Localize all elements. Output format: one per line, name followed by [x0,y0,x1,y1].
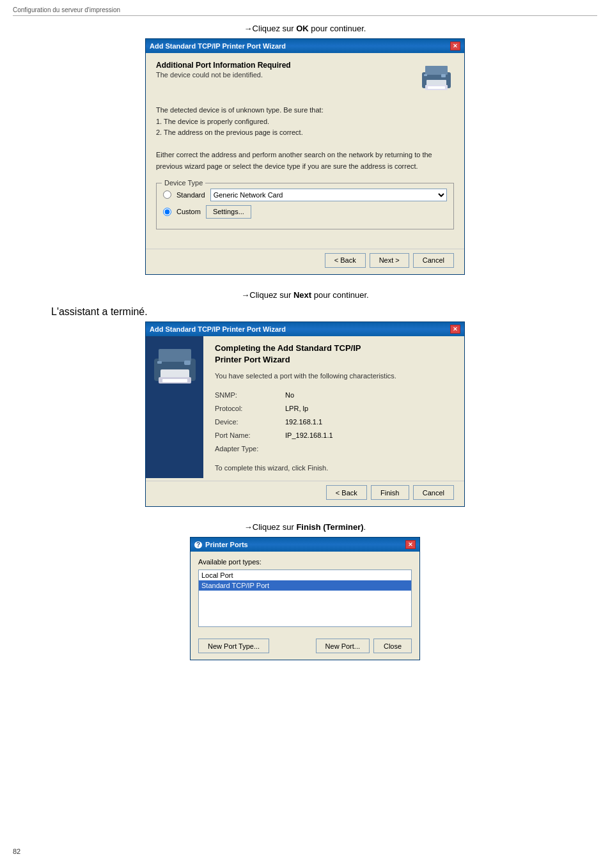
standard-tcp-ip-port-text: Standard TCP/IP Port [201,582,269,589]
dialog2-close-button[interactable]: ✕ [450,325,460,334]
section-heading: L'assistant a terminé. [51,306,597,318]
wizard-subtext: You have selected a port with the follow… [215,372,458,380]
dialog1-subheader: The device could not be identified. [156,71,291,79]
next-button-1[interactable]: Next > [370,253,409,268]
wizard-heading-line1: Completing the Add Standard TCP/IP [215,343,361,353]
dialog1-title: Add Standard TCP/IP Printer Port Wizard [150,42,286,50]
page-number-text: 82 [13,848,20,855]
wizard-printer-icon [151,343,199,391]
instruction2-prefix: →Cliquez sur [241,290,293,300]
port-list[interactable]: Local Port Standard TCP/IP Port [198,570,412,627]
instruction2-rest: pour continuer. [311,290,369,300]
svg-rect-5 [441,74,446,77]
dialog2-title-text: Add Standard TCP/IP Printer Port Wizard [150,325,286,333]
dialog-add-port-wizard-1: Add Standard TCP/IP Printer Port Wizard … [145,38,465,275]
device-type-legend: Device Type [162,179,205,187]
svg-rect-8 [159,349,191,362]
instruction1-prefix: →Cliquez sur [244,24,297,33]
device-label: Device: [215,415,272,429]
instruction2-bold: Next [293,290,311,300]
snmp-row: SNMP: No [215,389,458,402]
dialog1-body: The detected device is of unknown type. … [156,105,454,173]
protocol-label: Protocol: [215,402,272,415]
dialog2-footer: < Back Finish Cancel [146,481,464,506]
custom-radio[interactable] [163,208,171,216]
snmp-value: No [285,389,294,402]
dialog-add-port-wizard-2: Add Standard TCP/IP Printer Port Wizard … [145,322,465,508]
local-port-item[interactable]: Local Port [199,570,411,580]
wizard-right-panel: Completing the Add Standard TCP/IP Print… [212,336,464,479]
page-number: 82 [13,848,20,855]
port-name-value: IP_192.168.1.1 [285,429,333,442]
printer-icon [419,61,454,96]
dialog1-header-text: Additional Port Information Required The… [156,61,291,79]
dialog1-content: Additional Port Information Required The… [146,53,464,246]
new-port-button[interactable]: New Port... [316,639,370,653]
svg-rect-11 [162,379,187,382]
snmp-label: SNMP: [215,389,272,402]
instruction-1: →Cliquez sur OK pour continuer. [13,24,597,33]
svg-rect-4 [428,86,445,89]
local-port-text: Local Port [201,571,233,579]
dialog3-titlebar: ? Printer Ports ✕ [191,538,419,552]
finish-button[interactable]: Finish [371,485,409,500]
device-row: Device: 192.168.1.1 [215,415,458,429]
wizard-left-panel [146,336,203,479]
new-port-type-button[interactable]: New Port Type... [198,639,269,653]
dialog2-titlebar: Add Standard TCP/IP Printer Port Wizard … [146,322,464,336]
standard-radio[interactable] [163,190,171,199]
instruction3-prefix: →Cliquez sur [244,522,297,532]
standard-select[interactable]: Generic Network Card [210,189,447,201]
custom-row: Custom Settings... [163,205,447,219]
dialog1-body-para: Either correct the address and perform a… [156,150,454,172]
port-name-row: Port Name: IP_192.168.1.1 [215,429,458,442]
protocol-value: LPR, lp [285,402,308,415]
wizard-heading-line2: Printer Port Wizard [215,355,290,364]
close-button-3[interactable]: Close [373,639,412,653]
wizard-heading: Completing the Add Standard TCP/IP Print… [215,343,458,366]
adapter-label: Adapter Type: [215,442,272,456]
wizard-info-table: SNMP: No Protocol: LPR, lp Device: 192.1… [215,389,458,455]
dialog3-title-area: ? Printer Ports [194,541,248,548]
dialog1-close-button[interactable]: ✕ [450,42,460,50]
device-value: 192.168.1.1 [285,415,322,429]
instruction1-rest: pour continuer. [309,24,366,33]
help-icon[interactable]: ? [194,541,202,548]
section-heading-text: L'assistant a terminé. [51,306,148,317]
protocol-row: Protocol: LPR, lp [215,402,458,415]
svg-rect-9 [160,369,189,378]
dialog3-title: Printer Ports [205,541,248,548]
instruction1-bold: OK [296,24,309,33]
dialog1-body-line1: The detected device is of unknown type. … [156,105,454,116]
dialog1-top-section: Additional Port Information Required The… [156,61,454,96]
dialog2-title: Add Standard TCP/IP Printer Port Wizard [150,325,286,333]
available-label: Available port types: [198,558,412,566]
svg-rect-1 [425,66,448,75]
svg-rect-6 [424,74,427,76]
dialog1-titlebar: Add Standard TCP/IP Printer Port Wizard … [146,39,464,53]
svg-rect-13 [157,361,162,364]
cancel-button-2[interactable]: Cancel [413,485,454,500]
instruction-2: →Cliquez sur Next pour continuer. [13,290,597,300]
back-button-2[interactable]: < Back [326,485,367,500]
svg-rect-12 [184,360,191,365]
adapter-row: Adapter Type: [215,442,458,456]
page-header: Configuration du serveur d'impression [13,6,597,16]
dialog3-footer: New Port Type... New Port... Close [191,633,419,660]
standard-tcp-ip-port-item[interactable]: Standard TCP/IP Port [199,580,411,591]
dialog3-content: Available port types: Local Port Standar… [191,552,419,633]
dialog1-body-line2: 1. The device is properly configured. [156,116,454,128]
dialog3-close-x[interactable]: ✕ [405,540,416,549]
dialog1-title-text: Add Standard TCP/IP Printer Port Wizard [150,42,286,50]
device-type-box: Device Type Standard Generic Network Car… [156,183,454,229]
standard-label: Standard [176,191,205,199]
port-name-label: Port Name: [215,429,272,442]
back-button-1[interactable]: < Back [325,253,366,268]
dialog-printer-ports: ? Printer Ports ✕ Available port types: … [190,537,420,660]
cancel-button-1[interactable]: Cancel [413,253,454,268]
custom-label: Custom [176,208,201,215]
wizard-finish-text: To complete this wizard, click Finish. [215,464,458,472]
instruction3-rest: . [364,522,366,532]
settings-button[interactable]: Settings... [206,205,251,219]
dialog1-footer: < Back Next > Cancel [146,249,464,274]
